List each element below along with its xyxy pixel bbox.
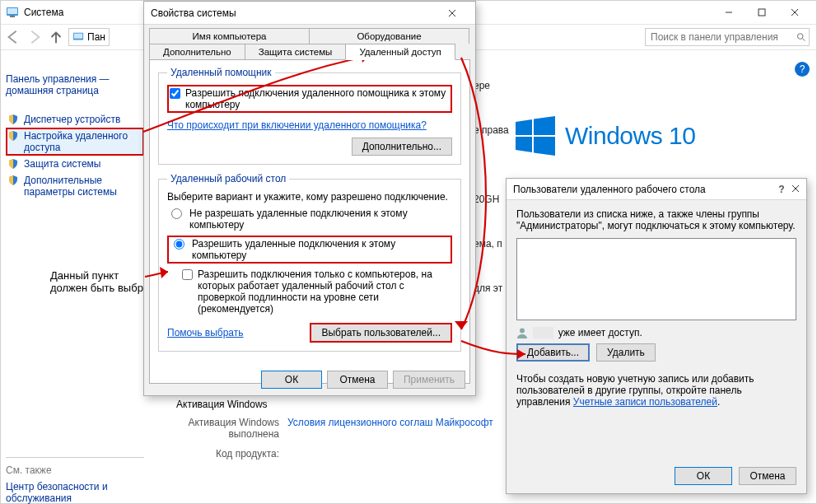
breadcrumb-text: Пан	[87, 31, 105, 43]
radio-allow[interactable]	[174, 239, 184, 250]
ok-button[interactable]: ОК	[675, 467, 732, 485]
shield-icon	[7, 130, 19, 142]
background-text: ере е права 20GH ема, п для эт	[474, 80, 509, 327]
assist-advanced-button[interactable]: Дополнительно...	[352, 138, 452, 156]
see-also-label: См. также	[6, 464, 144, 476]
sidebar-item-remote-settings[interactable]: Настройка удаленного доступа	[6, 128, 144, 156]
remove-button[interactable]: Удалить	[596, 343, 656, 362]
system-properties-dialog: Свойства системы Имя компьютера Оборудов…	[143, 1, 476, 396]
shield-icon	[7, 158, 19, 170]
allow-assist-label: Разрешить подключения удаленного помощни…	[185, 87, 450, 110]
user-listbox[interactable]	[516, 238, 796, 320]
close-button[interactable]	[436, 2, 469, 24]
search-input[interactable]	[649, 30, 796, 44]
allow-assist-checkbox-row: Разрешить подключения удаленного помощни…	[167, 85, 452, 113]
svg-rect-2	[10, 16, 15, 17]
shield-icon	[7, 175, 19, 186]
minimize-button[interactable]	[712, 1, 745, 24]
group-title: Удаленный помощник	[167, 67, 275, 78]
select-users-button[interactable]: Выбрать пользователей...	[310, 323, 452, 343]
user-accounts-link[interactable]: Учетные записи пользователей	[573, 396, 717, 408]
radio-disallow[interactable]	[171, 208, 182, 219]
close-button[interactable]	[791, 184, 800, 195]
tab-computer-name[interactable]: Имя компьютера	[149, 28, 310, 44]
user-icon	[516, 327, 528, 338]
note-text: Чтобы создать новую учетную запись или д…	[516, 373, 796, 408]
apply-button[interactable]: Применить	[393, 371, 465, 389]
dialog-title: Свойства системы	[151, 7, 436, 19]
tab-hardware[interactable]: Оборудование	[309, 28, 469, 44]
sidebar-item-label: Настройка удаленного доступа	[24, 130, 142, 153]
group-title: Удаленный рабочий стол	[167, 173, 289, 184]
close-button[interactable]	[778, 1, 811, 24]
remote-users-dialog: Пользователи удаленного рабочего стола ?…	[506, 178, 807, 494]
sidebar-item-label: Защита системы	[24, 158, 100, 170]
dialog-footer-buttons: ОК Отмена	[675, 467, 796, 485]
sidebar-home-link[interactable]: Панель управления — домашняя страница	[6, 73, 144, 96]
system-icon	[6, 6, 19, 19]
window-title: Система	[24, 7, 63, 18]
group-description: Выберите вариант и укажите, кому разреше…	[167, 191, 452, 203]
ok-button[interactable]: ОК	[261, 371, 322, 389]
annotation-text: Данный пункт должен быть выбран!	[50, 269, 158, 294]
already-text: уже имеет доступ.	[558, 327, 642, 338]
cancel-button[interactable]: Отмена	[739, 467, 796, 485]
nla-checkbox[interactable]	[182, 269, 193, 280]
cancel-button[interactable]: Отмена	[327, 371, 388, 389]
tab-strip: Имя компьютера Оборудование Дополнительн…	[144, 25, 475, 59]
forward-button[interactable]	[26, 28, 44, 46]
tab-remote[interactable]: Удаленный доступ	[345, 44, 455, 60]
see-also-link[interactable]: Центр безопасности и обслуживания	[6, 481, 144, 504]
svg-rect-8	[74, 34, 83, 39]
radio-label: Разрешить удаленные подключения к этому …	[192, 238, 450, 261]
sidebar-item-device-manager[interactable]: Диспетчер устройств	[6, 111, 144, 128]
activation-heading: Активация Windows	[176, 399, 493, 410]
radio-allow-row: Разрешить удаленные подключения к этому …	[167, 236, 452, 264]
dialog-titlebar: Свойства системы	[144, 2, 475, 25]
sidebar-item-advanced[interactable]: Дополнительные параметры системы	[6, 172, 144, 200]
tab-advanced[interactable]: Дополнительно	[149, 44, 245, 59]
back-button[interactable]	[4, 28, 22, 46]
dialog-body: Пользователи из списка ниже, а также чле…	[507, 200, 806, 416]
svg-rect-4	[759, 9, 765, 16]
svg-point-15	[520, 329, 525, 334]
product-code-label: Код продукта:	[174, 448, 279, 460]
sidebar-item-label: Диспетчер устройств	[24, 114, 120, 125]
sidebar: Панель управления — домашняя страница Ди…	[6, 73, 144, 200]
svg-rect-1	[7, 8, 17, 14]
search-box[interactable]	[645, 28, 810, 46]
nla-checkbox-row: Разрешить подключения только с компьютер…	[182, 268, 452, 315]
breadcrumb[interactable]: Пан	[68, 28, 110, 46]
radio-label: Не разрешать удаленные подключения к это…	[189, 208, 452, 231]
svg-point-9	[797, 34, 803, 40]
add-button[interactable]: Добавить...	[516, 343, 590, 362]
maximize-button[interactable]	[745, 1, 778, 24]
help-choose-link[interactable]: Помочь выбрать	[167, 327, 244, 338]
windows-icon	[516, 116, 555, 156]
assist-info-link[interactable]: Что происходит при включении удаленного …	[167, 119, 427, 131]
help-icon[interactable]: ?	[795, 62, 810, 77]
system-icon	[72, 31, 84, 43]
windows10-logo: Windows 10	[516, 116, 695, 156]
allow-assist-checkbox[interactable]	[170, 88, 180, 99]
dialog-titlebar: Пользователи удаленного рабочего стола ?	[507, 179, 806, 200]
svg-line-10	[802, 39, 805, 41]
sidebar-item-label: Дополнительные параметры системы	[24, 175, 142, 198]
dialog-title: Пользователи удаленного рабочего стола	[513, 184, 772, 195]
help-button[interactable]: ?	[772, 184, 791, 195]
license-link[interactable]: Условия лицензионного соглаш Майкрософт	[287, 417, 493, 440]
remote-desktop-group: Удаленный рабочий стол Выберите вариант …	[158, 173, 461, 352]
tab-body: Удаленный помощник Разрешить подключения…	[149, 59, 470, 384]
windows10-text: Windows 10	[565, 122, 695, 150]
radio-disallow-row: Не разрешать удаленные подключения к это…	[167, 208, 452, 231]
dialog-buttons: ОК Отмена Применить	[261, 371, 465, 389]
already-access-row: уже имеет доступ.	[516, 327, 796, 338]
tab-system-protection[interactable]: Защита системы	[245, 44, 347, 59]
sidebar-item-system-protection[interactable]: Защита системы	[6, 156, 144, 172]
up-button[interactable]	[47, 28, 65, 46]
remote-assistance-group: Удаленный помощник Разрешить подключения…	[158, 67, 461, 165]
list-buttons: Добавить... Удалить	[516, 343, 796, 362]
sidebar-footer: См. также Центр безопасности и обслужива…	[6, 446, 144, 504]
activation-block: Активация Windows Активация Windows выпо…	[174, 399, 493, 468]
shield-icon	[7, 114, 19, 125]
